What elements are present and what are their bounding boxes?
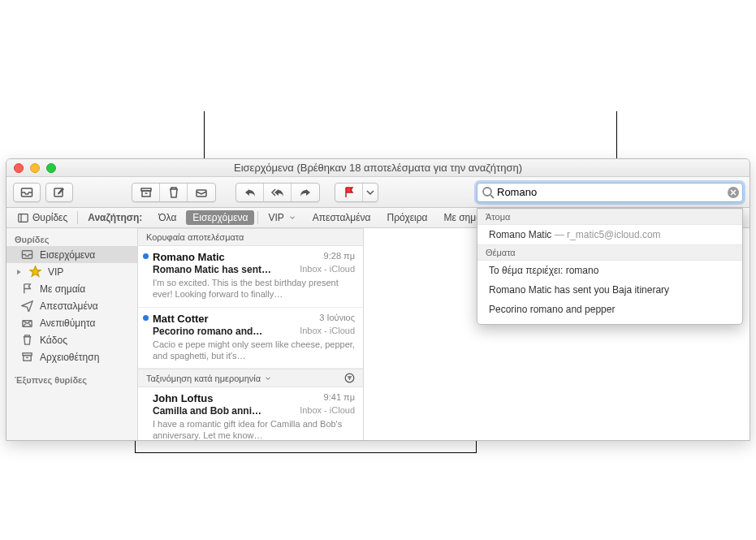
message-date: 3 Ιούνιος	[319, 313, 355, 325]
titlebar: Εισερχόμενα (Βρέθηκαν 18 αποτελέσματα γι…	[6, 159, 750, 177]
sidebar-section-header: Θυρίδες	[6, 231, 137, 246]
chevron-down-icon	[264, 374, 272, 382]
star-icon	[29, 266, 41, 278]
message-subject: Pecorino romano and…	[153, 326, 262, 337]
message-list: Κορυφαία αποτελέσματα Romano Matic9:28 π…	[138, 228, 364, 440]
message-sender: Matt Cotter	[153, 313, 209, 325]
search-container	[477, 183, 743, 202]
archive-icon	[21, 351, 33, 363]
archive-trash-junk-group	[132, 183, 216, 202]
reply-all-button[interactable]	[264, 184, 292, 201]
scope-sent[interactable]: Απεσταλμένα	[306, 208, 378, 227]
inbox-icon	[21, 248, 33, 261]
scope-all-label: Όλα	[158, 212, 176, 223]
flag-icon	[343, 186, 356, 199]
suggestions-people-header: Άτομα	[477, 209, 742, 225]
junk-icon	[195, 186, 208, 199]
search-input[interactable]	[477, 183, 743, 202]
archive-icon	[140, 186, 153, 199]
sidebar-item-label: Κάδος	[40, 335, 67, 346]
message-subject: Camilla and Bob anni…	[153, 405, 261, 417]
flag-group	[335, 183, 378, 202]
window-title: Εισερχόμενα (Βρέθηκαν 18 αποτελέσματα γι…	[6, 162, 750, 174]
flag-button[interactable]	[335, 184, 363, 201]
search-icon	[482, 186, 495, 199]
sidebar-item-label: Εισερχόμενα	[40, 249, 95, 261]
message-sender: Romano Matic	[153, 251, 225, 263]
sidebar-toggle[interactable]: Θυρίδες	[11, 208, 74, 227]
flag-icon	[21, 283, 33, 295]
search-suggestions: Άτομα Romano Matic — r_matic5@icloud.com…	[477, 208, 743, 325]
top-hits-label: Κορυφαία αποτελέσματα	[146, 232, 244, 242]
sidebar-icon	[18, 213, 28, 223]
sidebar-item-archive[interactable]: Αρχειοθέτηση	[6, 348, 137, 365]
separator	[77, 211, 78, 224]
message-row[interactable]: Matt Cotter3 Ιούνιος Pecorino romano and…	[138, 308, 363, 369]
message-preview: I have a romantic gift idea for Camilla …	[153, 418, 355, 440]
message-mailbox: Inbox - iCloud	[300, 264, 355, 275]
chevron-down-icon	[288, 214, 296, 222]
message-preview: Cacio e pepe might only seem like cheese…	[153, 339, 355, 362]
message-preview: I'm so excited. This is the best birthda…	[153, 277, 355, 300]
sidebar-item-junk[interactable]: Ανεπιθύμητα	[6, 314, 137, 331]
suggestion-person-email: r_matic5@icloud.com	[567, 229, 661, 240]
sidebar-item-label: Αρχειοθέτηση	[40, 352, 99, 363]
message-date: 9:41 πμ	[324, 392, 355, 404]
sidebar-item-trash[interactable]: Κάδος	[6, 331, 137, 348]
mail-window: Εισερχόμενα (Βρέθηκαν 18 αποτελέσματα γι…	[6, 158, 750, 441]
reply-button[interactable]	[236, 184, 264, 201]
suggestion-person[interactable]: Romano Matic — r_matic5@icloud.com	[477, 225, 742, 244]
compose-icon	[53, 186, 66, 199]
sidebar-section-header: Έξυπνες θυρίδες	[6, 372, 137, 387]
message-mailbox: Inbox - iCloud	[300, 405, 355, 417]
flag-menu-button[interactable]	[363, 184, 378, 201]
svg-rect-7	[19, 214, 28, 222]
message-row[interactable]: John Loftus9:41 πμ Camilla and Bob anni……	[138, 387, 363, 440]
inbox-tray-icon	[20, 186, 33, 199]
message-subject: Romano Matic has sent…	[153, 264, 271, 275]
sidebar-toggle-label: Θυρίδες	[32, 212, 67, 223]
sidebar-item-sent[interactable]: Απεσταλμένα	[6, 297, 137, 314]
sidebar-item-label: Απεσταλμένα	[40, 300, 98, 312]
scope-vip[interactable]: VIP	[261, 208, 302, 227]
svg-point-5	[483, 188, 491, 196]
suggestions-subjects-header: Θέματα	[477, 244, 742, 261]
search-scope-label: Αναζήτηση:	[81, 208, 149, 227]
suggestion-subject[interactable]: Το θέμα περιέχει: romano	[477, 261, 742, 280]
filter-circle-icon[interactable]	[344, 373, 355, 383]
compose-button[interactable]	[45, 183, 73, 202]
sort-header[interactable]: Ταξινόμηση κατά ημερομηνία	[138, 369, 363, 387]
scope-drafts[interactable]: Πρόχειρα	[381, 208, 434, 227]
message-row[interactable]: Romano Matic9:28 πμ Romano Matic has sen…	[138, 246, 363, 308]
reply-icon	[244, 186, 257, 199]
suggestion-person-name: Romano Matic	[489, 229, 551, 240]
delete-button[interactable]	[160, 184, 188, 201]
message-mailbox: Inbox - iCloud	[300, 326, 355, 337]
scope-inbox-label: Εισερχόμενα	[192, 212, 248, 223]
sidebar-item-label: Ανεπιθύμητα	[40, 318, 95, 329]
disclosure-triangle-icon[interactable]	[15, 268, 23, 276]
scope-inbox[interactable]: Εισερχόμενα	[186, 210, 254, 225]
sent-icon	[21, 300, 33, 312]
junk-button[interactable]	[188, 184, 215, 201]
sidebar-item-label: VIP	[48, 266, 63, 278]
chevron-down-icon	[364, 186, 377, 199]
callout-line	[135, 452, 476, 453]
scope-vip-label: VIP	[268, 212, 283, 223]
reply-all-icon	[271, 186, 284, 199]
archive-button[interactable]	[132, 184, 160, 201]
sort-label: Ταξινόμηση κατά ημερομηνία	[146, 374, 261, 383]
mailboxes-toggle-button[interactable]	[13, 183, 41, 202]
forward-icon	[299, 186, 312, 199]
sidebar-item-flagged[interactable]: Με σημαία	[6, 280, 137, 297]
sidebar-item-inbox[interactable]: Εισερχόμενα	[6, 246, 137, 263]
suggestion-subject[interactable]: Pecorino romano and pepper	[477, 300, 742, 319]
sidebar-item-vip[interactable]: VIP	[6, 263, 137, 280]
scope-all[interactable]: Όλα	[152, 208, 183, 227]
mailbox-sidebar: Θυρίδες Εισερχόμενα VIP Με σημαία Απεστα…	[6, 228, 138, 440]
message-sender: John Loftus	[153, 392, 213, 404]
scope-drafts-label: Πρόχειρα	[387, 212, 428, 223]
forward-button[interactable]	[292, 184, 319, 201]
clear-search-icon[interactable]	[727, 186, 740, 199]
suggestion-subject[interactable]: Romano Matic has sent you Baja itinerary	[477, 280, 742, 300]
